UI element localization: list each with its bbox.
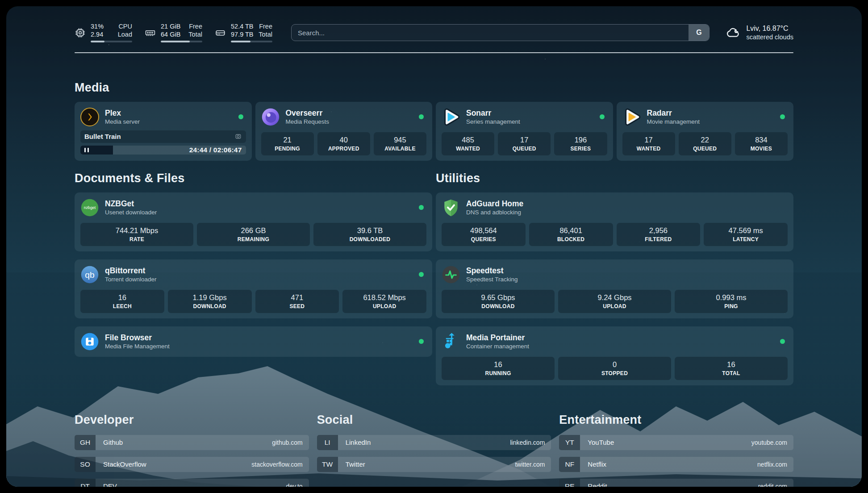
stat-value: 9.65 Gbps bbox=[481, 293, 515, 302]
overseerr-icon bbox=[261, 108, 280, 126]
stat-label: SEED bbox=[289, 303, 305, 309]
stat-label: WANTED bbox=[637, 146, 661, 152]
bookmark-youtube[interactable]: YT YouTube youtube.com bbox=[559, 435, 793, 450]
playback-time: 24:44 / 02:06:47 bbox=[189, 146, 242, 154]
service-subtitle: Media server bbox=[105, 118, 233, 125]
bookmark-stackoverflow[interactable]: SO StackOverflow stackoverflow.com bbox=[75, 457, 309, 472]
bookmark-url: youtube.com bbox=[751, 439, 793, 446]
service-card-radarr[interactable]: Radarr Movie management 17WANTED 22QUEUE… bbox=[617, 102, 794, 161]
bookmark-abbr: DT bbox=[75, 479, 96, 487]
stat-value: 0.993 ms bbox=[716, 293, 747, 302]
weather-widget[interactable]: Lviv, 16.87°C scattered clouds bbox=[726, 24, 793, 41]
service-name: Radarr bbox=[647, 108, 775, 118]
bookmark-netflix[interactable]: NF Netflix netflix.com bbox=[559, 457, 793, 472]
bookmark-group-social: Social LI LinkedIn linkedin.com TW Twitt… bbox=[317, 413, 551, 487]
topbar: 31% CPU 2.94 Load bbox=[75, 20, 793, 46]
service-stats: 21PENDING 40APPROVED 945AVAILABLE bbox=[261, 132, 427, 155]
status-online-dot bbox=[419, 114, 424, 119]
bookmark-url: twitter.com bbox=[515, 461, 551, 468]
memory-progress-bar bbox=[161, 41, 202, 43]
stat-label: STOPPED bbox=[601, 370, 628, 376]
disk-total-value: 97.9 TB bbox=[231, 31, 256, 38]
bookmark-reddit[interactable]: RE Reddit reddit.com bbox=[559, 479, 793, 487]
bookmark-dev[interactable]: DT DEV dev.to bbox=[75, 479, 309, 487]
status-online-dot bbox=[600, 114, 605, 119]
bookmark-github[interactable]: GH Github github.com bbox=[75, 435, 309, 450]
service-stats: 498,564QUERIES 86,401BLOCKED 2,956FILTER… bbox=[442, 223, 788, 246]
service-subtitle: Container management bbox=[466, 343, 774, 350]
plex-icon bbox=[80, 108, 99, 126]
bookmark-name: Reddit bbox=[580, 482, 758, 487]
stat-value: 9.24 Gbps bbox=[597, 293, 631, 302]
stat-label: DOWNLOAD bbox=[193, 303, 226, 309]
bookmarks-row: Developer GH Github github.com SO StackO… bbox=[75, 413, 793, 487]
service-card-portainer[interactable]: Media Portainer Container management 16R… bbox=[436, 326, 793, 385]
stat-label: UPLOAD bbox=[373, 303, 396, 309]
stat-value: 17 bbox=[644, 136, 652, 144]
section-title-social: Social bbox=[317, 413, 551, 427]
stat-label: RUNNING bbox=[485, 370, 511, 376]
stat-label: QUEUED bbox=[513, 146, 536, 152]
stat-value: 0 bbox=[613, 360, 617, 369]
radarr-icon bbox=[622, 108, 641, 126]
stat-label: AVAILABLE bbox=[384, 146, 416, 152]
stat-value: 47.569 ms bbox=[729, 226, 763, 235]
stat-value: 2,956 bbox=[649, 226, 668, 235]
stat-label: DOWNLOADED bbox=[350, 236, 391, 242]
stat-label: FILTERED bbox=[645, 236, 672, 242]
service-stats: 744.21 MbpsRATE 266 GBREMAINING 39.6 TBD… bbox=[80, 223, 426, 246]
service-stats: 485WANTED 17QUEUED 196SERIES bbox=[442, 132, 607, 155]
service-card-filebrowser[interactable]: File Browser Media File Management bbox=[75, 326, 432, 357]
stat-value: 40 bbox=[340, 136, 348, 144]
service-subtitle: Speedtest Tracking bbox=[466, 276, 788, 283]
cpu-progress-bar bbox=[91, 41, 132, 43]
memory-total-label: Total bbox=[188, 31, 202, 38]
service-card-plex[interactable]: Plex Media server Bullet Train 24:44 / 0… bbox=[75, 102, 252, 161]
section-title-utilities: Utilities bbox=[436, 171, 793, 185]
section-title-developer: Developer bbox=[75, 413, 309, 427]
weather-location-temp: Lviv, 16.87°C bbox=[746, 24, 793, 33]
stat-value: 22 bbox=[701, 136, 709, 144]
bookmark-group-developer: Developer GH Github github.com SO StackO… bbox=[75, 413, 309, 487]
search-provider-button[interactable]: G bbox=[689, 25, 709, 41]
status-online-dot bbox=[419, 205, 424, 210]
bookmark-linkedin[interactable]: LI LinkedIn linkedin.com bbox=[317, 435, 551, 450]
memory-icon bbox=[145, 27, 156, 38]
service-stats: 9.65 GbpsDOWNLOAD 9.24 GbpsUPLOAD 0.993 … bbox=[442, 290, 788, 313]
service-card-adguard[interactable]: AdGuard Home DNS and adblocking 498,564Q… bbox=[436, 192, 793, 251]
service-subtitle: Movie management bbox=[647, 118, 775, 125]
status-online-dot bbox=[419, 272, 424, 277]
stat-value: 17 bbox=[520, 136, 528, 144]
bookmark-twitter[interactable]: TW Twitter twitter.com bbox=[317, 457, 551, 472]
bookmark-url: github.com bbox=[272, 439, 309, 446]
service-card-speedtest[interactable]: Speedtest Speedtest Tracking 9.65 GbpsDO… bbox=[436, 259, 793, 318]
service-name: qBittorrent bbox=[105, 266, 413, 276]
stat-label: PENDING bbox=[275, 146, 300, 152]
service-subtitle: Media Requests bbox=[286, 118, 413, 125]
service-card-qbittorrent[interactable]: qb qBittorrent Torrent downloader 16LEEC… bbox=[75, 259, 432, 318]
bookmark-abbr: YT bbox=[559, 435, 580, 450]
bookmark-name: StackOverflow bbox=[96, 460, 251, 468]
speedtest-icon bbox=[442, 265, 460, 284]
search-input[interactable] bbox=[292, 25, 689, 41]
bookmark-group-entertainment: Entertainment YT YouTube youtube.com NF … bbox=[559, 413, 793, 487]
memory-widget: 21 GiB Free 64 GiB Total bbox=[145, 23, 202, 43]
status-online-dot bbox=[419, 339, 424, 344]
service-card-sonarr[interactable]: Sonarr Series management 485WANTED 17QUE… bbox=[436, 102, 613, 161]
stat-label: REMAINING bbox=[238, 236, 269, 242]
stat-value: 498,564 bbox=[470, 226, 497, 235]
stat-label: UPLOAD bbox=[603, 303, 626, 309]
stat-value: 618.52 Mbps bbox=[363, 293, 405, 302]
service-stats: 16RUNNING 0STOPPED 16TOTAL bbox=[442, 357, 788, 380]
stat-value: 1.19 Gbps bbox=[193, 293, 227, 302]
topbar-divider bbox=[75, 52, 793, 53]
section-title-documents: Documents & Files bbox=[75, 171, 432, 185]
bookmark-url: netflix.com bbox=[757, 461, 793, 468]
service-card-nzbget[interactable]: nzbget NZBGet Usenet downloader 744.21 M… bbox=[75, 192, 432, 251]
bookmark-abbr: GH bbox=[75, 435, 96, 450]
portainer-icon bbox=[442, 332, 460, 351]
bookmark-abbr: LI bbox=[317, 435, 338, 450]
service-card-overseerr[interactable]: Overseerr Media Requests 21PENDING 40APP… bbox=[255, 102, 433, 161]
bookmark-name: YouTube bbox=[580, 439, 751, 446]
stat-value: 21 bbox=[283, 136, 291, 144]
